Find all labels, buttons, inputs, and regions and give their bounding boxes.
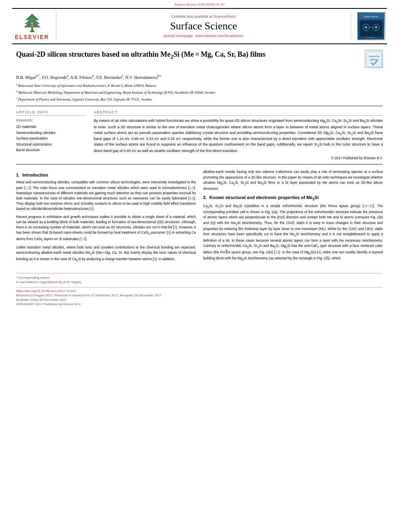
keywords-label: Keywords:: [16, 118, 86, 122]
footnote-area: * Corresponding author. E-mail address: …: [16, 273, 383, 284]
cover-image-svg: Surface Science ELSEVIER: [358, 13, 384, 39]
authors-line: D.B. Migasa,*, V.O. Bogorodza, A.B. Filo…: [16, 74, 383, 80]
section-2-heading: 2. Known structural and electronic prope…: [203, 195, 383, 201]
check-for-updates-badge: Check for updates: [365, 50, 383, 68]
section2-para-1: Ca2Si, Sr2Si and Ba2Si crystallize in a …: [203, 203, 383, 262]
footer-area: https://doi.org/10.1016/j.susc.2017.12.0…: [16, 287, 383, 306]
journal-cover-image: Surface Science ELSEVIER: [357, 12, 385, 40]
available-online: Available online 28 December 2017: [16, 298, 383, 302]
abstract-text: By means of ab initio calculations with …: [94, 118, 383, 154]
abstract-col: ABSTRACT By means of ab initio calculati…: [94, 110, 383, 160]
footnote-email: E-mail address: migas@bsuir.by (D.B. Mig…: [16, 280, 383, 284]
check-badge-icon: Check for updates: [366, 51, 382, 67]
email-link[interactable]: migas@bsuir.by: [39, 280, 62, 284]
svg-rect-11: [360, 21, 382, 37]
page: Surface Science 670 (2018) 51–87: [0, 0, 399, 532]
journal-cover-area: Surface Science ELSEVIER: [351, 12, 387, 40]
journal-ref-text: Surface Science 670 (2018) 51–87: [175, 2, 224, 6]
body-right-col: alkaline-earth metals having only two va…: [203, 169, 383, 265]
keyword-1: 2D materials: [16, 124, 86, 129]
body-left-col: 1. Introduction Metal and semiconducting…: [16, 169, 196, 265]
affiliation-b: b Multiscale Materials Modelling, Depart…: [16, 90, 383, 95]
keyword-2: Semiconducting silicides: [16, 130, 86, 136]
keyword-3: Surface passivation: [16, 136, 86, 141]
affiliation-a: a Belarusian State University of Informa…: [16, 83, 383, 88]
journal-header: ELSEVIER Contents lists available at Sci…: [12, 8, 387, 44]
footnote-star: * Corresponding author.: [16, 276, 383, 279]
contents-line: Contents lists available at ScienceDirec…: [56, 14, 351, 18]
intro-para-1: Metal and semiconducting silicides, comp…: [16, 180, 196, 212]
abstract-heading: ABSTRACT: [94, 110, 383, 116]
divider-1: [16, 106, 383, 106]
section-1-heading: 1. Introduction: [16, 173, 196, 177]
svg-text:Check for: Check for: [368, 55, 380, 58]
svg-point-5: [31, 22, 33, 25]
doi-link[interactable]: https://doi.org/10.1016/j.susc.2017.12.0…: [16, 289, 383, 293]
svg-text:ELSEVIER: ELSEVIER: [367, 37, 375, 39]
journal-reference: Surface Science 670 (2018) 51–87: [0, 0, 399, 8]
article-title-section: Quasi-2D silicon structures based on ult…: [16, 50, 383, 70]
intro-para-2: Recent progress in exfoliation and growt…: [16, 214, 196, 243]
received-dates: Received 23 August 2017; Received in rev…: [16, 294, 383, 297]
elsevier-logo: ELSEVIER: [15, 12, 49, 40]
svg-point-16: [375, 26, 377, 29]
journal-center-info: Contents lists available at ScienceDirec…: [56, 12, 351, 40]
svg-text:Surface Science: Surface Science: [364, 15, 378, 18]
homepage-line: journal homepage: www.elsevier.com/locat…: [56, 34, 351, 38]
svg-text:updates: updates: [369, 58, 379, 61]
intro-right-para-1: alkaline-earth metals having only two va…: [203, 169, 383, 191]
svg-point-15: [365, 26, 367, 29]
elsevier-tree-icon: [18, 12, 46, 33]
article-info-heading: ARTICLE INFO: [16, 110, 86, 116]
keyword-5: Band structure: [16, 147, 86, 153]
body-content: 1. Introduction Metal and semiconducting…: [16, 169, 383, 265]
affiliation-c: c Department of Physics and Astronomy, U…: [16, 97, 383, 102]
intro-para-3: Unlike transition metal silicides, where…: [16, 245, 196, 263]
article-info-abstract: ARTICLE INFO Keywords: 2D materials Semi…: [16, 110, 383, 160]
article-info-col: ARTICLE INFO Keywords: 2D materials Semi…: [16, 110, 86, 160]
journal-title: Surface Science: [56, 20, 351, 32]
keyword-4: Structural optimization: [16, 142, 86, 147]
divider-2: [16, 164, 383, 164]
homepage-link[interactable]: www.elsevier.com/locate/susc: [195, 34, 243, 38]
sciencedirect-link[interactable]: ScienceDirect: [214, 14, 236, 18]
article-title: Quasi-2D silicon structures based on ult…: [16, 50, 359, 61]
article-content: Quasi-2D silicon structures based on ult…: [0, 44, 399, 315]
copyright-line: © 2017 Published by Elsevier B.V.: [94, 156, 383, 160]
elsevier-logo-area: ELSEVIER: [12, 12, 56, 40]
issn-copyright: 0039-6028/© 2017 Published by Elsevier B…: [16, 302, 383, 306]
elsevier-wordmark: ELSEVIER: [15, 34, 49, 40]
